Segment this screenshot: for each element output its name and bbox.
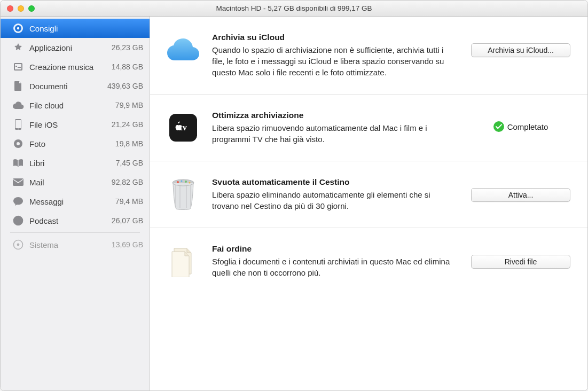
sidebar-item-label: Consigli — [29, 24, 138, 33]
svg-rect-5 — [15, 66, 17, 67]
svg-rect-6 — [18, 67, 21, 68]
svg-point-23 — [177, 181, 179, 183]
sidebar-item-documenti[interactable]: Documenti 439,63 GB — [1, 76, 150, 96]
messages-icon — [12, 196, 24, 207]
ios-icon — [12, 119, 24, 130]
svg-point-24 — [181, 181, 183, 182]
sidebar-item-messaggi[interactable]: Messaggi 79,4 MB — [1, 192, 150, 211]
store-in-icloud-button[interactable]: Archivia su iCloud... — [471, 43, 570, 57]
completed-status: Completato — [493, 121, 548, 132]
appletv-icon: tv — [166, 111, 200, 145]
svg-rect-12 — [18, 160, 18, 166]
recommendations-panel: Archivia su iCloud Quando lo spazio di a… — [150, 17, 587, 390]
check-icon — [493, 121, 504, 132]
recommendation-reduce-clutter: Fai ordine Sfoglia i documenti e i conte… — [150, 228, 587, 294]
recommendation-action: Attiva... — [469, 177, 573, 202]
photos-icon — [12, 138, 24, 150]
recommendation-action: Rivedi file — [469, 244, 573, 269]
tips-icon — [12, 22, 24, 34]
recommendation-title: Fai ordine — [212, 244, 457, 254]
recommendation-body: Fai ordine Sfoglia i documenti e i conte… — [212, 244, 457, 278]
music-creation-icon — [12, 61, 24, 73]
minimize-button[interactable] — [18, 5, 24, 12]
sidebar-item-label: Documenti — [29, 82, 102, 91]
svg-point-11 — [17, 142, 20, 145]
system-icon — [12, 239, 24, 251]
sidebar-item-file-cloud[interactable]: File cloud 79,9 MB — [1, 96, 150, 115]
svg-rect-13 — [13, 178, 23, 186]
sidebar-item-label: Mail — [29, 178, 106, 187]
icloud-icon — [166, 33, 200, 67]
sidebar-item-foto[interactable]: Foto 19,8 MB — [1, 134, 150, 153]
review-files-button[interactable]: Rivedi file — [471, 255, 570, 269]
recommendation-title: Ottimizza archiviazione — [212, 111, 457, 120]
recommendation-title: Archivia su iCloud — [212, 33, 457, 42]
recommendation-title: Svuota automaticamente il Cestino — [212, 177, 457, 187]
svg-point-16 — [17, 220, 19, 222]
sidebar-item-size: 92,82 GB — [112, 178, 143, 186]
window-title: Macintosh HD - 5,27 GB disponibili di 99… — [1, 4, 587, 12]
traffic-lights — [1, 5, 35, 12]
documents-stack-icon — [166, 244, 200, 278]
content: Consigli Applicazioni 26,23 GB Creazione… — [1, 17, 587, 390]
sidebar-item-label: File iOS — [29, 120, 106, 129]
sidebar-item-creazione-musica[interactable]: Creazione musica 14,88 GB — [1, 57, 150, 76]
books-icon — [12, 157, 24, 169]
recommendation-body: Ottimizza archiviazione Libera spazio ri… — [212, 111, 457, 145]
sidebar-item-consigli[interactable]: Consigli — [1, 19, 150, 38]
fullscreen-button[interactable] — [28, 5, 35, 12]
recommendation-body: Archivia su iCloud Quando lo spazio di a… — [212, 33, 457, 78]
turn-on-button[interactable]: Attiva... — [471, 188, 570, 202]
svg-point-18 — [17, 244, 20, 246]
recommendation-icloud: Archivia su iCloud Quando lo spazio di a… — [150, 17, 587, 95]
sidebar-item-label: Messaggi — [29, 197, 110, 206]
trash-icon — [166, 177, 200, 212]
recommendation-description: Libera spazio eliminando automaticamente… — [212, 189, 457, 212]
cloud-icon — [12, 99, 24, 111]
sidebar-item-label: Foto — [29, 139, 110, 148]
sidebar-item-label: Creazione musica — [29, 62, 106, 72]
recommendation-description: Quando lo spazio di archiviazione non è … — [212, 44, 457, 78]
svg-point-26 — [189, 182, 191, 184]
svg-rect-8 — [15, 120, 21, 128]
svg-point-25 — [185, 181, 187, 183]
sidebar-item-size: 79,4 MB — [115, 197, 143, 206]
sidebar-item-size: 13,69 GB — [112, 240, 143, 249]
sidebar-item-size: 14,88 GB — [112, 62, 143, 71]
sidebar-item-podcast[interactable]: Podcast 26,07 GB — [1, 211, 150, 230]
sidebar-item-label: File cloud — [29, 101, 110, 110]
sidebar-item-label: Podcast — [29, 216, 106, 225]
sidebar-item-size: 26,07 GB — [112, 216, 143, 225]
titlebar: Macintosh HD - 5,27 GB disponibili di 99… — [1, 1, 587, 17]
sidebar-item-applicazioni[interactable]: Applicazioni 26,23 GB — [1, 38, 150, 57]
completed-label: Completato — [507, 122, 548, 131]
sidebar-item-label: Libri — [29, 159, 111, 168]
recommendation-optimize: tv Ottimizza archiviazione Libera spazio… — [150, 95, 587, 161]
recommendation-body: Svuota automaticamente il Cestino Libera… — [212, 177, 457, 212]
sidebar: Consigli Applicazioni 26,23 GB Creazione… — [1, 17, 150, 390]
sidebar-item-size: 19,8 MB — [115, 139, 143, 148]
sidebar-item-label: Applicazioni — [29, 43, 106, 52]
recommendation-description: Libera spazio rimuovendo automaticamente… — [212, 122, 457, 145]
recommendation-description: Sfoglia i documenti e i contenuti archiv… — [212, 256, 457, 278]
close-button[interactable] — [7, 5, 13, 12]
sidebar-item-size: 439,63 GB — [107, 82, 143, 90]
documents-icon — [12, 80, 24, 92]
svg-point-9 — [18, 129, 19, 130]
mail-icon — [12, 176, 24, 188]
sidebar-separator — [10, 232, 140, 233]
storage-management-window: Macintosh HD - 5,27 GB disponibili di 99… — [0, 0, 588, 391]
sidebar-item-size: 79,9 MB — [115, 101, 143, 110]
sidebar-item-size: 26,23 GB — [112, 43, 143, 52]
sidebar-item-libri[interactable]: Libri 7,45 GB — [1, 153, 150, 173]
recommendation-trash: Svuota automaticamente il Cestino Libera… — [150, 161, 587, 228]
apps-icon — [12, 42, 24, 53]
sidebar-item-mail[interactable]: Mail 92,82 GB — [1, 173, 150, 192]
sidebar-item-sistema[interactable]: Sistema 13,69 GB — [1, 235, 150, 254]
recommendation-action: Archivia su iCloud... — [469, 33, 573, 57]
podcast-icon — [12, 215, 24, 226]
sidebar-item-file-ios[interactable]: File iOS 21,24 GB — [1, 115, 150, 134]
sidebar-item-label: Sistema — [29, 240, 106, 249]
svg-point-2 — [17, 27, 19, 29]
sidebar-item-size: 7,45 GB — [116, 159, 143, 167]
